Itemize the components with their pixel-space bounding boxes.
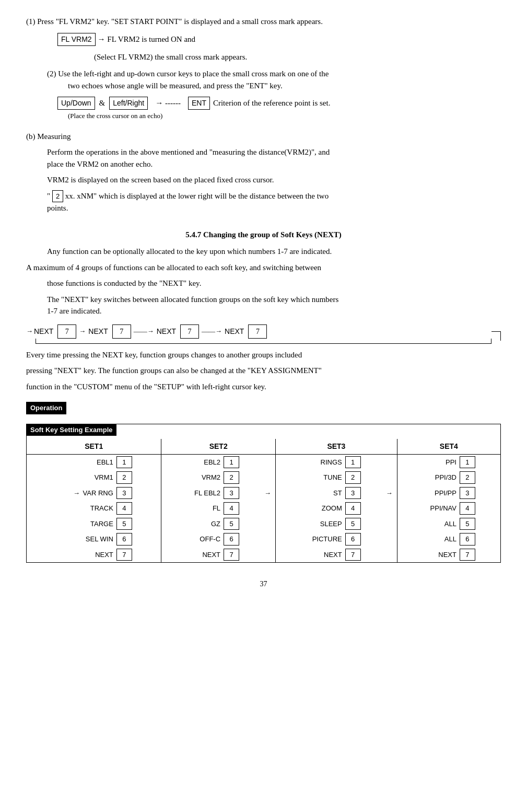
- 547-para4: The "NEXT" key switches between allocate…: [47, 294, 501, 317]
- nd-bracket-right: [491, 331, 501, 341]
- nd-next2-box: 7: [112, 324, 131, 339]
- th-set2: SET2: [161, 439, 276, 455]
- td-set1-num-6: 7: [115, 547, 153, 563]
- td-set4-name-3: PPI/NAV: [397, 501, 459, 516]
- nd-next3-label: NEXT: [157, 326, 176, 337]
- td-set4-num-0: 1: [459, 454, 496, 470]
- section-b-para1: Perform the operations in the above ment…: [47, 146, 501, 170]
- td-set3-num-6: 7: [344, 547, 382, 563]
- place-text: (Place the cross cursor on an echo): [68, 111, 501, 121]
- td-set2-name-0: EBL2: [161, 454, 222, 470]
- td-set4-name-1: PPI/3D: [397, 470, 459, 485]
- next-diagram-wrap: → NEXT 7 → NEXT 7 ——→ NEXT 7 ——→ NEXT 7: [26, 324, 501, 344]
- td-set3-num-3: 4: [344, 501, 382, 516]
- operation-badge: Operation: [26, 397, 501, 419]
- nd-next4-box: 7: [248, 324, 267, 339]
- 547-para2: A maximum of 4 groups of functions can b…: [26, 262, 501, 274]
- td-set1-name-3: TRACK: [27, 501, 115, 516]
- td-set2-num-1: 2: [222, 470, 260, 485]
- nd-next1-box: 7: [57, 324, 76, 339]
- nd-left-arrow: →: [26, 326, 33, 337]
- 547-para1: Any function can be optionally allocated…: [47, 246, 501, 258]
- td-set2-name-1: VRM2: [161, 470, 222, 485]
- td-set1-name-2: → VAR RNG: [27, 485, 115, 501]
- td-set2-num-6: 7: [222, 547, 260, 563]
- section-b-para3: " 2 xx. xNM" which is displayed at the l…: [47, 190, 501, 214]
- arrow-dashes: → ------: [155, 97, 181, 109]
- next-top-row: → NEXT 7 → NEXT 7 ——→ NEXT 7 ——→ NEXT 7: [26, 324, 501, 339]
- td-set3-name-6: NEXT: [276, 547, 344, 563]
- td-set3-num-1: 2: [344, 470, 382, 485]
- nd-arrow1: →: [79, 326, 86, 337]
- td-set1-name-4: TARGE: [27, 516, 115, 532]
- td-set4-num-3: 4: [459, 501, 496, 516]
- select-label: (Select FL VRM2): [94, 53, 153, 61]
- td-set3-name-2: ST: [276, 485, 344, 501]
- nd-next1-label: NEXT: [34, 326, 53, 337]
- td-set3-name-0: RINGS: [276, 454, 344, 470]
- td-set2-name-6: NEXT: [161, 547, 222, 563]
- td-set2-num-3: 4: [222, 501, 260, 516]
- criterion-text: Criterion of the reference point is set.: [213, 97, 331, 109]
- td-set3-name-5: PICTURE: [276, 531, 344, 547]
- updown-diagram: Up/Down & Left/Right → ------ ENT Criter…: [57, 97, 501, 110]
- nd-next2-label: NEXT: [88, 326, 108, 337]
- leftright-key: Left/Right: [109, 97, 148, 110]
- box-2: 2: [52, 190, 63, 203]
- td-set4-num-5: 6: [459, 531, 496, 547]
- td-set4-num-6: 7: [459, 547, 496, 563]
- th-set1: SET1: [27, 439, 161, 455]
- soft-key-table: SET1 SET2 SET3 SET4 EBL11EBL21RINGS1PPI1…: [27, 439, 500, 563]
- section-b-para2: VRM2 is displayed on the screen based on…: [47, 174, 501, 186]
- soft-key-table-label: Soft Key Setting Example: [26, 424, 116, 436]
- td-set4-name-0: PPI: [397, 454, 459, 470]
- after-para2: pressing "NEXT" key. The function groups…: [26, 365, 501, 377]
- td-set1-num-2: 3: [115, 485, 153, 501]
- td-set1-num-0: 1: [115, 454, 153, 470]
- page-content: (1) Press "FL VRM2" key. "SET START POIN…: [26, 16, 501, 589]
- td-set1-name-6: NEXT: [27, 547, 115, 563]
- td-set4-name-6: NEXT: [397, 547, 459, 563]
- updown-key: Up/Down: [57, 97, 95, 110]
- td-set3-name-3: ZOOM: [276, 501, 344, 516]
- amp-sign: &: [99, 97, 106, 109]
- td-set3-name-4: SLEEP: [276, 516, 344, 532]
- td-set4-num-1: 2: [459, 470, 496, 485]
- ent-key: ENT: [188, 97, 210, 110]
- nd-next3-box: 7: [180, 324, 199, 339]
- td-set1-name-5: SEL WIN: [27, 531, 115, 547]
- operation-label: Operation: [26, 402, 66, 414]
- td-set4-num-4: 5: [459, 516, 496, 532]
- td-set2-num-0: 1: [222, 454, 260, 470]
- td-set1-num-1: 2: [115, 470, 153, 485]
- td-set3-num-0: 1: [344, 454, 382, 470]
- td-set2-name-5: OFF-C: [161, 531, 222, 547]
- section-1-item1: (1) Press "FL VRM2" key. "SET START POIN…: [26, 16, 501, 28]
- nd-next4-label: NEXT: [225, 326, 244, 337]
- nd-bottom-bracket: [36, 339, 491, 344]
- td-set2-num-2: 3: [222, 485, 260, 501]
- page-number: 37: [26, 578, 501, 589]
- td-set3-num-4: 5: [344, 516, 382, 532]
- section-1-item2: (2) Use the left-right and up-down curso…: [47, 68, 501, 91]
- td-set2-num-4: 5: [222, 516, 260, 532]
- td-set2-num-5: 6: [222, 531, 260, 547]
- td-set1-num-5: 6: [115, 531, 153, 547]
- td-set1-name-1: VRM1: [27, 470, 115, 485]
- select-text: the small cross mark appears.: [155, 53, 247, 61]
- td-set4-name-5: ALL: [397, 531, 459, 547]
- td-set3-num-2: 3: [344, 485, 382, 501]
- th-set4: SET4: [397, 439, 500, 455]
- fl-vrm2-key: FL VRM2: [57, 33, 96, 46]
- td-set4-name-2: PPI/PP: [397, 485, 459, 501]
- nd-arrow2: ——→: [134, 326, 154, 337]
- th-set3: SET3: [276, 439, 397, 455]
- td-set2-name-3: FL: [161, 501, 222, 516]
- soft-key-table-wrap: Soft Key Setting Example SET1 SET2 SET3 …: [26, 424, 501, 563]
- after-para3: function in the "CUSTOM" menu of the "SE…: [26, 381, 501, 393]
- fl-vrm2-diagram: FL VRM2 → FL VRM2 is turned ON and: [57, 33, 501, 46]
- after-para1: Every time pressing the NEXT key, functi…: [26, 349, 501, 361]
- fl-arrow: → FL VRM2 is turned ON and: [98, 33, 196, 45]
- section-b-heading: (b) Measuring: [26, 131, 501, 143]
- section-547-heading: 5.4.7 Changing the group of Soft Keys (N…: [26, 229, 501, 241]
